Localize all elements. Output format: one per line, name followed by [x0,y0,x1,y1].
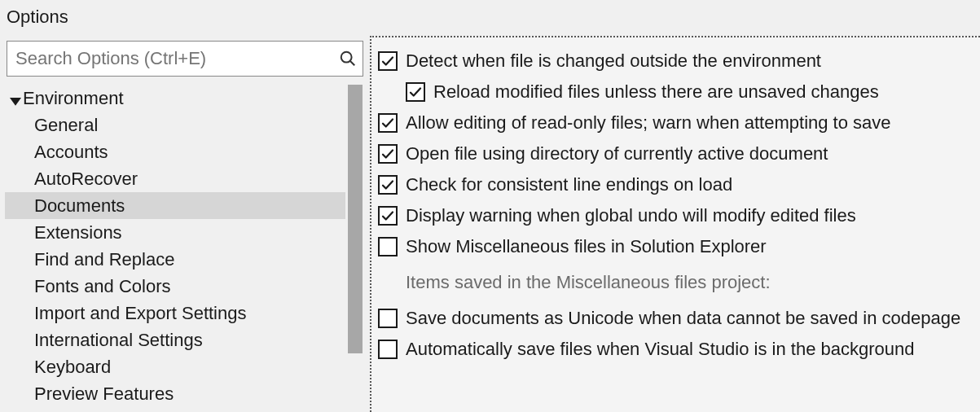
caret-down-icon [10,93,21,104]
option-label: Check for consistent line endings on loa… [406,174,732,195]
option-label: Detect when file is changed outside the … [406,50,821,72]
option-label: Save documents as Unicode when data cann… [406,308,960,329]
svg-line-1 [350,61,354,65]
tree-item-find-and-replace[interactable]: Find and Replace [5,246,345,273]
checkbox[interactable] [378,113,398,133]
option-label: Display warning when global undo will mo… [406,205,856,226]
option-label: Allow editing of read-only files; warn w… [406,112,891,134]
option-row: Reload modified files unless there are u… [378,77,973,107]
tree-item-label: Documents [34,195,125,217]
option-label: Open file using directory of currently a… [406,143,828,164]
tree-item-label: Extensions [34,222,122,243]
option-row: Check for consistent line endings on loa… [378,169,973,200]
tree-category-label: Environment [23,88,124,109]
search-icon[interactable] [339,50,357,68]
checkbox[interactable] [378,175,398,195]
tree-item-label: International Settings [34,330,203,351]
window-title: Options [0,0,980,36]
tree-item-autorecover[interactable]: AutoRecover [5,165,345,192]
tree-scrollbar[interactable] [345,85,365,412]
tree-category-environment[interactable]: Environment [5,85,345,112]
misc-files-sublabel: Items saved in the Miscellaneous files p… [378,262,973,303]
checkbox[interactable] [378,51,398,71]
tree-item-fonts-and-colors[interactable]: Fonts and Colors [5,273,345,300]
svg-point-0 [341,52,352,63]
checkbox[interactable] [378,237,398,256]
tree-item-preview-features[interactable]: Preview Features [5,380,345,407]
option-row: Allow editing of read-only files; warn w… [378,107,973,138]
tree-item-label: Preview Features [34,384,174,405]
tree-item-international-settings[interactable]: International Settings [5,327,345,353]
tree-item-documents[interactable]: Documents [5,192,345,219]
option-row: Detect when file is changed outside the … [378,46,973,77]
checkbox[interactable] [378,144,398,164]
option-row: Show Miscellaneous files in Solution Exp… [378,231,973,262]
options-panel: Detect when file is changed outside the … [370,36,980,412]
tree-item-label: AutoRecover [34,169,138,190]
svg-marker-2 [10,98,21,106]
option-row: Save documents as Unicode when data cann… [378,303,973,334]
tree-item-label: Find and Replace [34,249,174,270]
option-row: Display warning when global undo will mo… [378,200,973,231]
checkbox[interactable] [378,309,398,328]
options-tree[interactable]: Environment GeneralAccountsAutoRecoverDo… [5,85,345,412]
tree-item-keyboard[interactable]: Keyboard [5,353,345,380]
left-panel: Environment GeneralAccountsAutoRecoverDo… [0,36,370,412]
option-row: Automatically save files when Visual Stu… [378,334,973,365]
tree-item-accounts[interactable]: Accounts [5,138,345,165]
tree-item-label: Accounts [34,142,108,163]
tree-item-general[interactable]: General [5,112,345,138]
option-label: Show Miscellaneous files in Solution Exp… [406,236,767,257]
tree-item-extensions[interactable]: Extensions [5,219,345,246]
search-wrap [7,41,363,77]
tree-scrollbar-thumb[interactable] [348,85,363,353]
tree-item-label: General [34,115,98,136]
tree-item-import-and-export-settings[interactable]: Import and Export Settings [5,300,345,327]
option-row: Open file using directory of currently a… [378,138,973,169]
checkbox[interactable] [378,340,398,359]
checkbox[interactable] [378,206,398,226]
tree-item-label: Keyboard [34,357,111,378]
tree-item-label: Fonts and Colors [34,276,171,297]
search-input[interactable] [7,41,363,77]
tree-item-label: Import and Export Settings [34,303,246,324]
option-label: Automatically save files when Visual Stu… [406,339,915,360]
option-label: Reload modified files unless there are u… [433,81,879,103]
checkbox[interactable] [406,82,425,102]
